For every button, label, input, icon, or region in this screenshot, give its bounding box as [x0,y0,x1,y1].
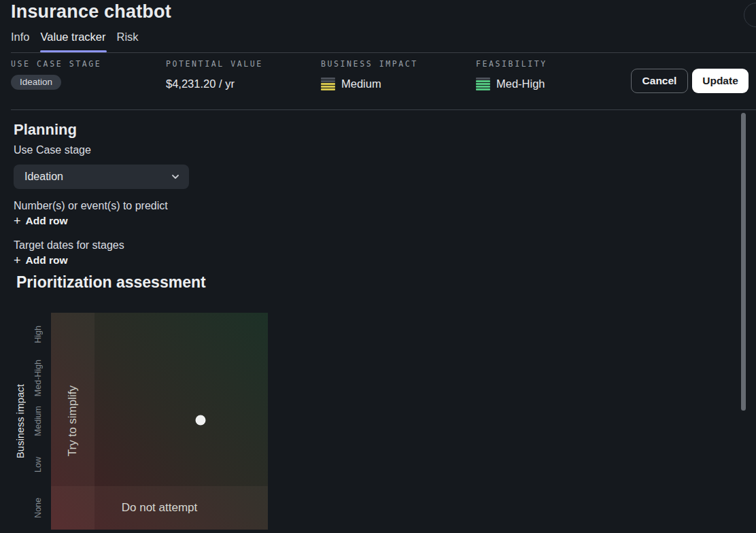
planning-heading: Planning [14,121,77,139]
content-divider [11,109,756,110]
use-case-stage-selected-value: Ideation [24,171,171,183]
y-axis-ticks: HighMed-HighMediumLowNone [29,313,48,530]
y-tick-label: Medium [29,400,48,443]
header-divider [11,52,756,53]
use-case-stage-select[interactable]: Ideation [14,165,189,189]
y-tick-label: High [29,313,48,356]
y-tick-label: None [29,486,48,530]
assessment-heading: Prioritization assessment [16,273,206,292]
level-bar [476,88,490,90]
level-bars-icon [321,78,335,90]
add-row-target-dates-button[interactable]: + Add row [14,254,68,266]
level-bar [476,78,490,80]
level-bar [476,83,490,85]
level-bars-icon [476,78,490,90]
plus-icon: + [14,216,21,226]
prioritization-chart-plot[interactable]: Try to simplify Do not attempt [51,313,268,530]
add-row-label: Add row [26,254,68,266]
scrollbar-thumb[interactable] [741,113,746,411]
level-bar [321,83,335,85]
feasibility-text: Med-High [496,78,545,90]
cancel-button[interactable]: Cancel [631,69,688,93]
level-bar [321,78,335,80]
tab-bar: Info Value tracker Risk [11,31,139,52]
page-title: Insurance chatbot [11,1,171,22]
update-button[interactable]: Update [692,69,749,93]
target-dates-label: Target dates for stages [14,239,124,252]
level-bar [321,86,335,88]
metric-label: USE CASE STAGE [11,59,101,69]
tab-value-tracker[interactable]: Value tracker [41,31,106,52]
add-row-predict-button[interactable]: + Add row [14,215,68,227]
business-impact-text: Medium [341,78,381,90]
stage-badge: Ideation [11,75,61,90]
tab-risk[interactable]: Risk [117,31,139,52]
use-case-stage-label: Use Case stage [14,144,91,156]
level-bar [476,80,490,82]
data-point[interactable] [196,415,206,425]
level-bar [476,86,490,88]
potential-value-text: $4,231.20 / yr [166,78,235,90]
metric-label: BUSINESS IMPACT [321,59,418,69]
add-row-label: Add row [26,215,68,227]
try-to-simplify-label: Try to simplify [51,356,94,486]
metric-label: FEASIBILITY [476,59,547,69]
chevron-down-icon [171,173,179,181]
tab-info[interactable]: Info [11,31,30,52]
level-bar [321,88,335,90]
y-tick-label: Low [29,443,48,486]
metric-feasibility: FEASIBILITY Med-High [476,59,547,90]
y-axis-label: Business impact [12,313,27,530]
level-bar [321,80,335,82]
predict-label: Number(s) or event(s) to predict [14,200,168,212]
do-not-attempt-label: Do not attempt [51,486,268,530]
y-tick-label: Med-High [29,356,48,400]
metric-use-case-stage: USE CASE STAGE Ideation [11,59,101,90]
plus-icon: + [14,255,21,266]
metric-business-impact: BUSINESS IMPACT Medium [321,59,418,90]
metric-label: POTENTIAL VALUE [166,59,263,69]
corner-circle-decoration [744,3,756,27]
metric-potential-value: POTENTIAL VALUE $4,231.20 / yr [166,59,263,90]
